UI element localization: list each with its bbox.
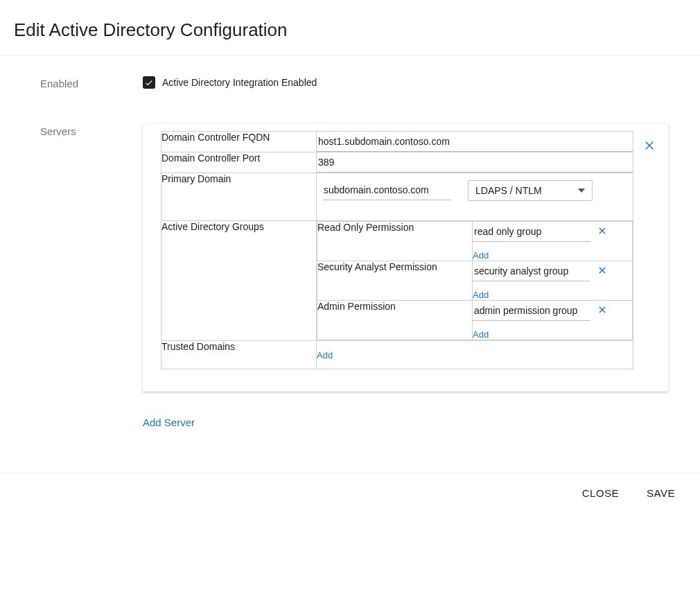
servers-section-label: Servers: [40, 124, 143, 137]
add-trusted-domain-link[interactable]: Add: [317, 350, 333, 360]
close-icon: [643, 139, 656, 152]
save-button[interactable]: SAVE: [647, 487, 675, 499]
port-input[interactable]: [317, 152, 633, 173]
auth-method-value: LDAPS / NTLM: [475, 185, 542, 196]
enabled-section-label: Enabled: [40, 76, 143, 89]
trusted-domains-label: Trusted Domains: [161, 341, 317, 369]
add-group-link[interactable]: Add: [473, 250, 489, 261]
add-group-link[interactable]: Add: [473, 329, 489, 340]
groups-table: Read Only Permission: [317, 221, 633, 340]
ad-groups-label: Active Directory Groups: [161, 221, 317, 341]
close-button[interactable]: CLOSE: [582, 487, 619, 499]
remove-group-button[interactable]: [597, 265, 607, 277]
readonly-perm-label: Read Only Permission: [317, 222, 473, 261]
sec-analyst-perm-label: Security Analyst Permission: [317, 261, 473, 301]
add-group-link[interactable]: Add: [473, 290, 489, 300]
readonly-group-input[interactable]: [473, 222, 590, 242]
sec-analyst-group-input[interactable]: [473, 261, 590, 281]
fqdn-label: Domain Controller FQDN: [161, 132, 317, 152]
fqdn-input[interactable]: [317, 132, 633, 152]
chevron-down-icon: [578, 189, 585, 193]
remove-group-button[interactable]: [597, 305, 607, 317]
close-icon: [597, 265, 607, 275]
close-icon: [597, 226, 607, 236]
add-server-link[interactable]: Add Server: [143, 417, 195, 428]
checkmark-icon: [144, 78, 154, 87]
primary-domain-input[interactable]: [322, 180, 451, 200]
port-label: Domain Controller Port: [161, 152, 317, 173]
remove-group-button[interactable]: [597, 226, 607, 238]
enabled-checkbox-label: Active Directory Integration Enabled: [162, 77, 317, 88]
page-title: Edit Active Directory Configuration: [14, 19, 686, 41]
server-config-table: Domain Controller FQDN Domain Controller…: [161, 131, 633, 369]
enabled-checkbox[interactable]: [143, 76, 155, 89]
admin-group-input[interactable]: [473, 301, 590, 321]
auth-method-select[interactable]: LDAPS / NTLM: [468, 180, 593, 201]
admin-perm-label: Admin Permission: [317, 301, 473, 340]
remove-server-button[interactable]: [643, 139, 656, 155]
close-icon: [597, 305, 607, 315]
primary-domain-label: Primary Domain: [161, 173, 317, 221]
server-card: Domain Controller FQDN Domain Controller…: [143, 124, 668, 392]
